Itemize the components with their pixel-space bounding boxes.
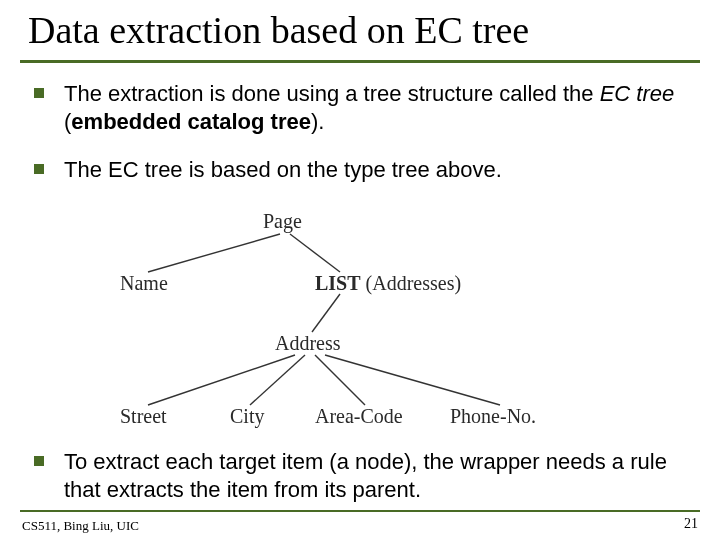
b1-em: EC tree: [600, 81, 675, 106]
svg-line-1: [290, 234, 340, 272]
node-street: Street: [120, 405, 167, 428]
ec-tree-diagram: Page Name LIST (Addresses) Address Stree…: [110, 210, 600, 440]
bullet-list: The extraction is done using a tree stru…: [34, 80, 684, 200]
bullet-1-text: The extraction is done using a tree stru…: [64, 80, 684, 136]
bullet-icon: [34, 164, 44, 174]
node-areacode: Area-Code: [315, 405, 403, 428]
slide: Data extraction based on EC tree The ext…: [0, 0, 720, 540]
svg-line-6: [325, 355, 500, 405]
b1-bold: embedded catalog tree: [71, 109, 311, 134]
svg-line-2: [312, 294, 340, 332]
slide-title: Data extraction based on EC tree: [28, 8, 529, 52]
title-underline: [20, 60, 700, 63]
bullet-item-1: The extraction is done using a tree stru…: [34, 80, 684, 136]
bullet-2-text: The EC tree is based on the type tree ab…: [64, 156, 684, 184]
footer-attribution: CS511, Bing Liu, UIC: [22, 518, 139, 534]
footer-underline: [20, 510, 700, 512]
node-list-label: LIST: [315, 272, 361, 294]
svg-line-4: [250, 355, 305, 405]
node-list: LIST (Addresses): [315, 272, 461, 295]
bullet-icon: [34, 88, 44, 98]
bullet-3-text: To extract each target item (a node), th…: [64, 448, 684, 504]
node-phoneno: Phone-No.: [450, 405, 536, 428]
node-name: Name: [120, 272, 168, 295]
node-list-note: (Addresses): [361, 272, 462, 294]
bullet-item-2: The EC tree is based on the type tree ab…: [34, 156, 684, 184]
b1-post: ).: [311, 109, 324, 134]
node-address: Address: [275, 332, 341, 355]
svg-line-3: [148, 355, 295, 405]
page-number: 21: [684, 516, 698, 532]
bullet-icon: [34, 456, 44, 466]
bullet-item-3: To extract each target item (a node), th…: [34, 448, 684, 504]
svg-line-5: [315, 355, 365, 405]
b1-pre: The extraction is done using a tree stru…: [64, 81, 600, 106]
node-city: City: [230, 405, 264, 428]
svg-line-0: [148, 234, 280, 272]
node-page: Page: [263, 210, 302, 233]
